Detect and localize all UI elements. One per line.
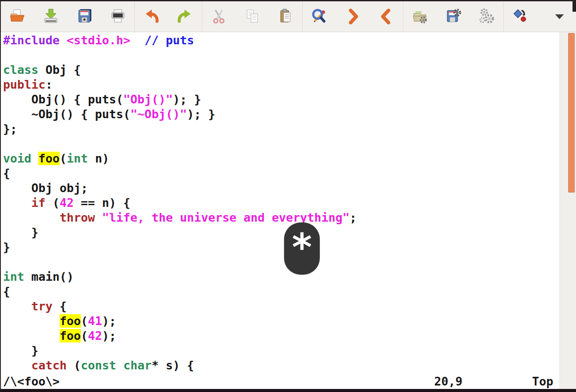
code-line[interactable]: void foo(int n) [3, 151, 560, 166]
scrollbar-thumb[interactable] [568, 33, 575, 193]
find-prev-button[interactable] [369, 1, 403, 32]
find-replace-button[interactable] [303, 1, 336, 32]
code-token: n) [88, 152, 109, 165]
code-token: : [46, 78, 53, 91]
code-token: } [3, 240, 10, 254]
code-token [116, 359, 123, 372]
magnifier-pencil-icon [310, 7, 329, 26]
undo-arrow-icon [142, 7, 161, 26]
save-all-button[interactable] [68, 1, 101, 32]
code-line[interactable]: foo(41); [3, 314, 560, 329]
code-token: catch [31, 359, 67, 372]
open-folder-icon [8, 7, 27, 26]
code-token: ); [102, 329, 117, 342]
code-token: int [3, 270, 24, 283]
cut-button[interactable] [202, 1, 236, 32]
make-button[interactable] [504, 1, 537, 32]
search-match: foo [60, 329, 81, 342]
code-token: }; [3, 122, 17, 136]
save-button[interactable] [34, 1, 68, 32]
toolbar-spacer [537, 1, 543, 32]
window-border-corner [573, 1, 576, 12]
code-token [3, 196, 31, 209]
vertical-scrollbar[interactable] [559, 32, 576, 389]
dropdown-arrow-icon [550, 7, 569, 26]
code-token: Obj { [38, 63, 81, 76]
code-line[interactable]: public: [3, 77, 560, 92]
code-token: throw [60, 211, 95, 224]
code-token: ); } [187, 107, 215, 121]
code-token [131, 33, 145, 47]
code-token: int [67, 152, 88, 165]
asterisk-key-label: * [292, 223, 312, 275]
toolbar-overflow-button[interactable] [543, 1, 576, 32]
code-line[interactable]: ~Obj() { puts("~Obj()"); } [3, 107, 560, 122]
code-line[interactable]: { [3, 166, 560, 181]
code-line[interactable]: Obj obj; [3, 181, 560, 196]
text-area[interactable]: #include <stdio.h> // putsclass Obj {pub… [3, 33, 560, 373]
print-button[interactable] [101, 1, 134, 32]
undo-button[interactable] [135, 1, 168, 32]
code-token: try [31, 299, 53, 313]
code-token: ~Obj() { puts( [3, 107, 131, 121]
code-token: void [3, 152, 31, 165]
code-token [3, 359, 31, 372]
code-token: { [53, 299, 67, 313]
toolbar [1, 1, 576, 32]
code-line[interactable]: throw "life, the universe and everything… [3, 210, 560, 225]
code-token: ( [67, 359, 81, 372]
code-line[interactable]: foo(42); [3, 329, 560, 343]
code-line[interactable]: Obj() { puts("Obj()"); } [3, 92, 560, 107]
code-line[interactable]: catch (const char* s) { [3, 358, 560, 373]
redo-arrow-icon [175, 7, 194, 26]
code-token: { [3, 166, 10, 180]
code-token: ( [81, 329, 88, 342]
code-token: "Obj()" [123, 93, 173, 106]
copy-pages-icon [243, 7, 262, 26]
code-line[interactable]: if (42 == n) { [3, 196, 560, 210]
code-token [31, 152, 38, 165]
status-line: /\<foo\> 20,9 Top [1, 374, 560, 389]
copy-button[interactable] [235, 1, 269, 32]
scissors-icon [209, 7, 228, 26]
folder-gear-icon [411, 7, 430, 26]
code-line[interactable]: try { [3, 299, 560, 314]
run-script-button[interactable] [470, 1, 504, 32]
floppy-gear-icon [444, 7, 463, 26]
code-token: ); } [173, 93, 201, 106]
code-line[interactable]: class Obj { [3, 63, 560, 77]
gvim-window: #include <stdio.h> // putsclass Obj {pub… [0, 0, 576, 392]
ruler-position: 20,9 [434, 374, 462, 389]
search-match: foo [60, 314, 81, 328]
redo-button[interactable] [168, 1, 202, 32]
code-token: if [31, 196, 46, 209]
code-line[interactable]: } [3, 343, 560, 358]
code-line[interactable]: { [3, 284, 560, 299]
code-token: * s) { [151, 359, 194, 372]
code-token: char [123, 359, 151, 372]
paste-button[interactable] [269, 1, 302, 32]
open-button[interactable] [1, 1, 34, 32]
chevron-right-icon [343, 7, 362, 26]
save-session-button[interactable] [437, 1, 470, 32]
clipboard-icon [276, 7, 295, 26]
search-pattern: /\<foo\> [3, 374, 60, 389]
code-line[interactable] [3, 48, 560, 63]
code-token: ( [60, 152, 67, 165]
code-line[interactable]: #include <stdio.h> // puts [3, 33, 560, 48]
code-line[interactable]: } [3, 225, 560, 240]
code-token [60, 33, 67, 47]
code-line[interactable]: } [3, 240, 560, 255]
save-download-icon [41, 7, 60, 26]
code-token: ( [46, 196, 60, 209]
code-token: 42 [88, 329, 102, 342]
gears-icon [477, 7, 496, 26]
find-next-button[interactable] [336, 1, 370, 32]
code-line[interactable]: int main() [3, 269, 560, 284]
load-session-button[interactable] [403, 1, 437, 32]
code-line[interactable]: }; [3, 122, 560, 136]
code-line[interactable] [3, 255, 560, 269]
code-token: } [3, 344, 38, 357]
code-token: "life, the universe and everything" [102, 211, 350, 224]
code-line[interactable] [3, 136, 560, 151]
